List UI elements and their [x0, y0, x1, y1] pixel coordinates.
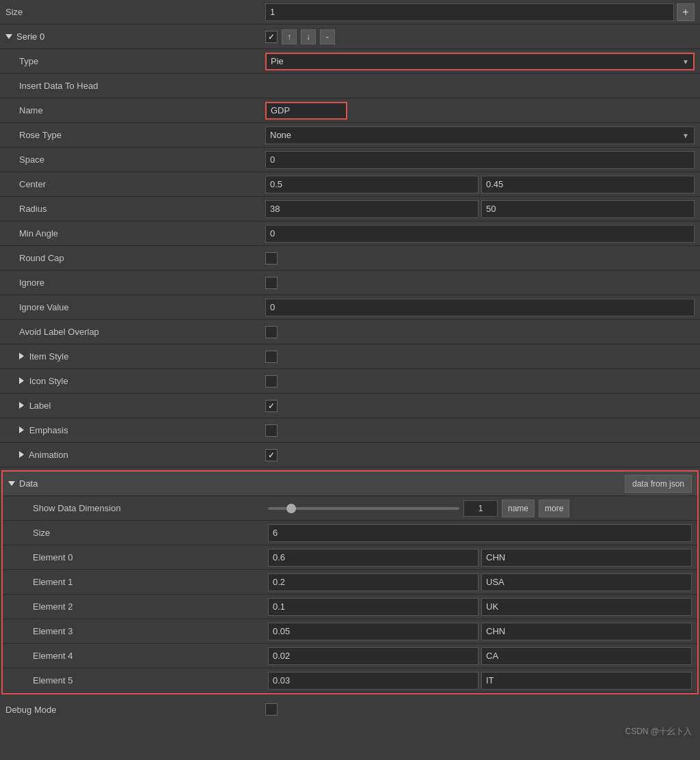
table-row: Element 5 [3, 668, 697, 693]
space-row: Space [0, 148, 700, 172]
data-size-value [268, 524, 692, 542]
label-triangle[interactable] [19, 402, 24, 409]
element-1-input-2[interactable] [481, 573, 692, 591]
item-style-value [265, 351, 695, 363]
top-size-input[interactable] [265, 3, 674, 21]
data-section-collapse-icon[interactable] [8, 481, 15, 486]
rose-type-label: Rose Type [5, 130, 265, 140]
space-input[interactable] [265, 151, 695, 169]
min-angle-input[interactable] [265, 225, 695, 243]
serie0-remove-button[interactable]: - [320, 29, 335, 44]
center-input-1[interactable] [265, 176, 479, 193]
data-from-json-button[interactable]: data from json [625, 475, 692, 493]
element-2-value [268, 598, 692, 616]
serie0-collapse-icon[interactable] [5, 34, 12, 39]
name-input[interactable] [265, 102, 347, 120]
emphasis-value [265, 424, 695, 437]
element-1-label: Element 1 [8, 577, 268, 587]
animation-triangle[interactable] [19, 451, 24, 458]
space-label: Space [5, 154, 265, 165]
emphasis-label: Emphasis [5, 425, 265, 435]
avoid-label-row: Avoid Label Overlap [0, 320, 700, 344]
debug-label: Debug Mode [5, 705, 265, 715]
element-0-input-2[interactable] [481, 549, 692, 567]
ignore-row: Ignore [0, 271, 700, 295]
item-style-label: Item Style [5, 351, 265, 362]
radius-input-2[interactable] [481, 200, 695, 218]
icon-style-triangle[interactable] [19, 377, 24, 384]
name-button[interactable]: name [502, 500, 535, 517]
element-5-label: Element 5 [8, 675, 268, 686]
element-2-input-1[interactable] [268, 598, 479, 616]
serie0-up-button[interactable]: ↑ [282, 29, 297, 44]
round-cap-row: Round Cap [0, 246, 700, 271]
ignore-value-value [265, 299, 695, 316]
min-angle-row: Min Angle [0, 221, 700, 246]
top-size-label: Size [5, 7, 265, 17]
center-label: Center [5, 179, 265, 189]
more-button[interactable]: more [539, 500, 569, 517]
label-value: ✓ [265, 400, 695, 412]
ignore-label: Ignore [5, 277, 265, 288]
watermark: CSDN @十幺卜入 [0, 722, 700, 742]
ignore-checkbox[interactable] [265, 277, 278, 289]
element-3-input-2[interactable] [481, 623, 692, 640]
debug-row: Debug Mode [0, 697, 700, 722]
element-0-input-1[interactable] [268, 549, 479, 567]
element-3-label: Element 3 [8, 626, 268, 636]
show-data-dim-value: name more [268, 500, 692, 517]
ignore-value [265, 277, 695, 289]
serie0-down-button[interactable]: ↓ [301, 29, 316, 44]
icon-style-checkbox[interactable] [265, 375, 278, 388]
round-cap-checkbox[interactable] [265, 252, 278, 264]
element-4-value [268, 647, 692, 665]
serie0-checkbox[interactable]: ✓ [265, 31, 278, 43]
label-label: Label [5, 401, 265, 411]
ignore-value-input[interactable] [265, 299, 695, 316]
label-row: Label ✓ [0, 394, 700, 418]
watermark-text: CSDN @十幺卜入 [625, 727, 692, 736]
data-size-input[interactable] [268, 524, 692, 542]
radius-input-1[interactable] [265, 200, 479, 218]
center-input-2[interactable] [481, 176, 695, 193]
center-row: Center [0, 172, 700, 197]
table-row: Element 0 [3, 545, 697, 570]
show-data-dim-slider[interactable] [268, 507, 459, 510]
name-label: Name [5, 105, 265, 116]
debug-checkbox[interactable] [265, 703, 278, 716]
type-dropdown[interactable]: Pie [265, 53, 695, 70]
rose-type-dropdown[interactable]: None [265, 126, 695, 144]
item-style-triangle[interactable] [19, 353, 24, 359]
element-2-input-2[interactable] [481, 598, 692, 616]
table-row: Element 3 [3, 619, 697, 644]
emphasis-checkbox[interactable] [265, 424, 278, 437]
element-4-input-2[interactable] [481, 647, 692, 665]
type-row: Type Pie [0, 49, 700, 74]
radius-value [265, 200, 695, 218]
element-3-value [268, 623, 692, 640]
item-style-checkbox[interactable] [265, 351, 278, 363]
show-data-dim-value-input[interactable] [463, 500, 498, 517]
panel: Size + Serie 0 ✓ ↑ ↓ - Type Pie [0, 0, 700, 742]
animation-checkbox[interactable]: ✓ [265, 449, 278, 461]
emphasis-triangle[interactable] [19, 426, 24, 433]
min-angle-value [265, 225, 695, 243]
element-1-input-1[interactable] [268, 573, 479, 591]
label-checkbox[interactable]: ✓ [265, 400, 278, 412]
show-data-dim-row: Show Data Dimension name more [3, 496, 697, 521]
icon-style-label: Icon Style [5, 376, 265, 386]
top-size-value-area: + [265, 3, 695, 21]
ignore-value-row: Ignore Value [0, 295, 700, 320]
element-5-input-2[interactable] [481, 672, 692, 690]
element-5-input-1[interactable] [268, 672, 479, 690]
center-value [265, 176, 695, 193]
element-0-value [268, 549, 692, 567]
avoid-label-checkbox[interactable] [265, 326, 278, 338]
rose-type-value: None [265, 126, 695, 144]
animation-row: Animation ✓ [0, 443, 700, 467]
table-row: Element 4 [3, 644, 697, 668]
element-4-input-1[interactable] [268, 647, 479, 665]
serie0-left: Serie 0 [5, 31, 265, 42]
element-3-input-1[interactable] [268, 623, 479, 640]
top-size-plus-button[interactable]: + [677, 3, 695, 21]
